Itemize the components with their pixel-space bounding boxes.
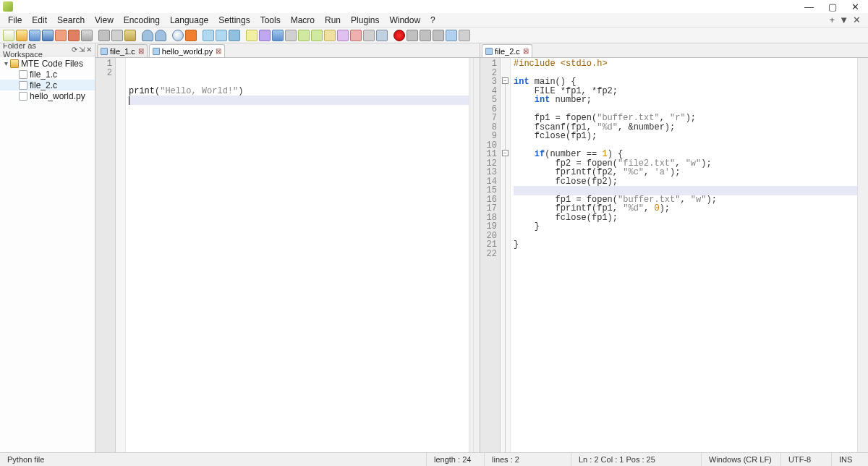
menu-run[interactable]: Run [320, 14, 346, 27]
menu-view[interactable]: View [90, 14, 119, 27]
paste-icon[interactable] [124, 30, 136, 41]
code-content[interactable]: #include <stdio.h> int main() { FILE *fp… [511, 58, 857, 452]
word-wrap-icon[interactable] [246, 30, 258, 41]
show-all-chars-icon[interactable] [259, 30, 271, 41]
file-tab-icon [101, 48, 108, 55]
close-doc-x-icon[interactable]: ✕ [853, 14, 861, 25]
replace-icon[interactable] [185, 30, 197, 41]
zoom-in-icon[interactable] [203, 30, 214, 41]
monitoring-icon[interactable] [376, 30, 388, 41]
tree-file-label: file_1.c [30, 69, 57, 80]
status-position: Ln : 2 Col : 1 Pos : 25 [571, 453, 702, 466]
code-content[interactable]: print("Hello, World!") [126, 58, 469, 452]
tree-file-0[interactable]: file_1.c [0, 69, 95, 80]
line-gutter: 12 [95, 58, 116, 452]
function-list-icon[interactable] [324, 30, 336, 41]
status-lines: lines : 2 [485, 453, 571, 466]
undo-icon[interactable] [142, 30, 153, 41]
find-icon[interactable] [172, 30, 184, 41]
tab-label: file_1.c [110, 47, 135, 56]
menu-window[interactable]: Window [384, 14, 425, 27]
menu-plugins[interactable]: Plugins [346, 14, 384, 27]
code-editor-right[interactable]: 12345678910111213141516171819202122 −− #… [480, 58, 868, 452]
status-eol[interactable]: Windows (CR LF) [702, 453, 781, 466]
folder-icon [10, 59, 19, 68]
print-icon[interactable] [81, 30, 93, 41]
tab-label: file_2.c [495, 47, 520, 56]
tree-root[interactable]: ▾ MTE Code Files [0, 58, 95, 69]
doc-map-icon[interactable] [337, 30, 349, 41]
sidebar-close-icon[interactable]: ✕ [86, 46, 92, 54]
macro-play-multi-icon[interactable] [433, 30, 444, 41]
menu-language[interactable]: Language [165, 14, 213, 27]
status-encoding[interactable]: UTF-8 [781, 453, 832, 466]
new-doc-plus-icon[interactable]: + [830, 14, 835, 25]
fold-all-icon[interactable] [298, 30, 310, 41]
window-controls: — ▢ ✕ [804, 1, 865, 12]
fold-toggle-icon[interactable]: − [502, 150, 509, 156]
close-icon[interactable] [55, 30, 67, 41]
redo-icon[interactable] [155, 30, 166, 41]
cut-icon[interactable] [98, 30, 110, 41]
folder-workspace-icon[interactable] [363, 30, 375, 41]
menu-tools[interactable]: Tools [255, 14, 286, 27]
macro-save-icon[interactable] [446, 30, 457, 41]
tab-close-icon[interactable]: ⊠ [523, 47, 529, 55]
menu-encoding[interactable]: Encoding [119, 14, 165, 27]
sync-scroll-icon[interactable] [229, 30, 240, 41]
menu-search[interactable]: Search [52, 14, 90, 27]
folder-workspace-panel: Folder as Workspace ⟳ ⇲ ✕ ▾ MTE Code Fil… [0, 43, 95, 452]
zoom-out-icon[interactable] [216, 30, 227, 41]
copy-icon[interactable] [111, 30, 123, 41]
toolbar [0, 27, 868, 43]
file-tab-icon [153, 48, 160, 55]
status-length: length : 24 [427, 453, 485, 466]
save-all-icon[interactable] [42, 30, 54, 41]
file-icon [19, 70, 27, 79]
user-lang-icon[interactable] [285, 30, 297, 41]
workarea: Folder as Workspace ⟳ ⇲ ✕ ▾ MTE Code Fil… [0, 43, 868, 452]
minimize-button[interactable]: — [804, 1, 814, 12]
app-icon [3, 1, 13, 12]
sidebar-refresh-icon[interactable]: ⟳ [72, 46, 77, 54]
menu-settings[interactable]: Settings [213, 14, 255, 27]
tree-file-1[interactable]: file_2.c [0, 80, 95, 90]
menu-edit[interactable]: Edit [27, 14, 52, 27]
open-icon[interactable] [16, 30, 27, 41]
tree-toggle-icon[interactable]: ▾ [1, 59, 10, 67]
macro-record-icon[interactable] [393, 30, 405, 41]
vertical-scrollbar[interactable] [469, 58, 480, 452]
menu-macro[interactable]: Macro [286, 14, 320, 27]
tab-hello-world-py[interactable]: hello_world.py ⊠ [149, 44, 225, 57]
code-editor-left[interactable]: 12 print("Hello, World!") [95, 58, 480, 452]
doc-switcher-icon[interactable] [350, 30, 362, 41]
status-language: Python file [0, 453, 427, 466]
save-icon[interactable] [29, 30, 41, 41]
toolbar-extra-icon[interactable] [459, 30, 470, 41]
maximize-button[interactable]: ▢ [828, 1, 837, 12]
tab-close-icon[interactable]: ⊠ [138, 47, 144, 55]
doc-dropdown-icon[interactable]: ▼ [839, 14, 848, 25]
sidebar-collapse-icon[interactable]: ⇲ [79, 46, 85, 54]
sidebar-header: Folder as Workspace ⟳ ⇲ ✕ [0, 43, 95, 56]
tree-file-2[interactable]: hello_world.py [0, 90, 95, 101]
tab-close-icon[interactable]: ⊠ [216, 47, 221, 55]
tab-file-1-c[interactable]: file_1.c ⊠ [97, 44, 148, 57]
unfold-all-icon[interactable] [311, 30, 323, 41]
macro-stop-icon[interactable] [407, 30, 418, 41]
tab-file-2-c[interactable]: file_2.c ⊠ [482, 44, 532, 57]
close-window-button[interactable]: ✕ [851, 1, 859, 12]
menu-file[interactable]: File [3, 14, 27, 27]
fold-toggle-icon[interactable]: − [502, 77, 509, 84]
menu-help[interactable]: ? [425, 14, 441, 27]
vertical-scrollbar[interactable] [857, 58, 868, 452]
macro-play-icon[interactable] [420, 30, 431, 41]
status-insert-mode[interactable]: INS [832, 453, 868, 466]
file-tab-icon [485, 48, 493, 55]
indent-guide-icon[interactable] [272, 30, 284, 41]
close-all-icon[interactable] [68, 30, 80, 41]
file-icon [19, 92, 27, 101]
tabbar-right: file_2.c ⊠ [480, 43, 868, 58]
fold-margin: −− [501, 58, 511, 452]
new-icon[interactable] [3, 30, 14, 41]
